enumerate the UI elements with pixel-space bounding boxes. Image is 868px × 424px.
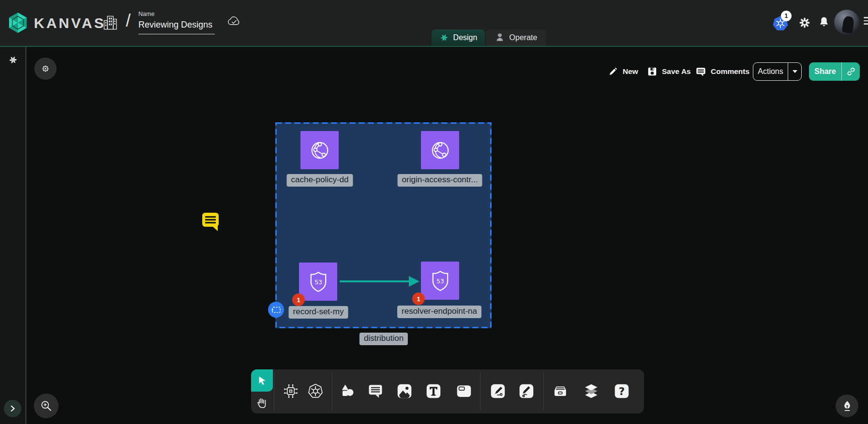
magnifier-plus-icon [39,398,54,414]
actions-label: Actions [753,63,788,80]
workspace-building-icon[interactable] [102,14,119,32]
actions-caret-cell[interactable] [788,63,801,80]
tool-palette [251,369,644,413]
header-accent-divider [0,46,868,47]
node-label[interactable]: origin-access-contr... [398,174,482,187]
design-tab-spiral-icon [439,33,449,43]
selection-handle-button[interactable] [268,302,284,318]
connection-arrow[interactable] [338,273,421,290]
kubernetes-context-count-badge: 1 [781,11,792,21]
kubernetes-tool[interactable] [306,382,325,400]
text-icon [424,382,443,400]
route53-shield-icon [427,268,453,294]
kanvas-app: KANVAS / Name Design Operate 1 [0,0,868,424]
group-label[interactable]: distribution [359,333,408,345]
kubernetes-context-button[interactable]: 1 [771,14,793,34]
components-drawer-tool[interactable] [551,382,569,400]
node-label[interactable]: cache-policy-dd [286,174,353,187]
design-name-field: Name [138,11,216,34]
dashed-rectangle-icon [270,304,282,316]
infrastructure-tool[interactable] [282,382,300,400]
comment-bubble-icon [695,66,706,77]
cursor-arrow-icon [257,375,268,386]
image-icon [395,382,414,400]
pen-mode-fab-button[interactable] [836,395,858,417]
image-tool[interactable] [395,382,414,400]
actions-dropdown-button[interactable]: Actions [753,62,802,81]
node-origin-access-control[interactable] [421,131,459,169]
operate-tab-label: Operate [509,33,538,42]
name-field-label: Name [138,11,216,17]
node-label[interactable]: record-set-my [289,306,348,319]
design-tab-label: Design [453,33,478,42]
hand-icon [255,396,269,409]
error-count-badge[interactable]: 1 [412,292,425,305]
drawer-inbox-icon [551,382,569,400]
node-resolver-endpoint[interactable] [421,262,459,300]
top-header-bar: KANVAS / Name Design Operate 1 [0,0,868,46]
comments-button[interactable]: Comments [695,63,749,80]
error-count-badge[interactable]: 1 [292,293,305,306]
pen-nib-icon [840,399,854,413]
node-cache-policy[interactable] [300,131,339,169]
shapes-tool[interactable] [339,382,357,400]
chevron-down-icon [793,70,797,73]
comment-bubble-icon [366,382,385,400]
pencil-icon [608,66,618,77]
node-label[interactable]: resolver-endpoint-na [397,306,481,318]
comment-tool[interactable] [366,382,385,400]
layers-tool[interactable] [582,382,600,400]
tab-design[interactable]: Design [432,29,485,46]
pen-tool[interactable] [489,382,507,400]
pencil-sketch-icon [517,382,536,400]
floppy-disk-icon [647,66,658,77]
settings-gear-icon[interactable] [797,15,812,30]
route53-shield-icon [305,269,331,295]
shapes-icon [339,382,357,400]
cloudfront-globe-icon [428,138,453,163]
select-tool[interactable] [251,369,273,392]
breadcrumb-separator: / [126,11,131,31]
cloudfront-globe-icon [307,138,332,163]
flower-asterisk-icon [39,62,52,75]
kanvas-logo-icon[interactable] [7,12,29,34]
comments-label: Comments [711,67,749,76]
canvas-widget-button[interactable] [34,58,57,80]
pan-tool[interactable] [251,392,273,413]
left-sidebar [0,47,26,424]
toolbar-divider [480,373,480,410]
layers-icon [582,382,600,400]
toolbar-divider [543,373,544,410]
pen-icon [489,382,507,400]
sticky-note-icon [455,382,473,400]
new-label: New [623,67,638,76]
overflow-menu-icon[interactable] [864,17,868,27]
node-record-set[interactable] [299,263,337,301]
share-button[interactable]: Share [809,62,860,81]
text-tool[interactable] [424,382,443,400]
expand-sidebar-button[interactable] [4,400,21,417]
tab-operate[interactable]: Operate [486,29,546,46]
link-icon [845,65,857,78]
copy-link-segment[interactable] [842,62,860,81]
zoom-in-button[interactable] [34,394,59,418]
sticky-note-tool[interactable] [455,382,473,400]
cloud-saved-icon [225,14,243,30]
share-label: Share [809,62,841,81]
comment-marker[interactable] [200,211,222,232]
kanvas-logo-text[interactable]: KANVAS [34,15,105,31]
design-name-input[interactable] [138,19,215,34]
toolbar-divider [274,373,274,410]
notifications-bell-icon[interactable] [817,15,831,29]
help-tool[interactable] [613,382,631,400]
pencil-tool[interactable] [517,382,536,400]
save-as-button[interactable]: Save As [647,63,691,80]
save-as-label: Save As [662,67,691,76]
user-avatar[interactable] [834,10,859,35]
new-button[interactable]: New [608,63,638,80]
meshery-spiral-icon[interactable] [8,55,18,65]
question-mark-icon [613,382,631,400]
operate-tab-person-icon [494,32,505,43]
kubernetes-wheel-icon [306,382,325,400]
chevron-right-icon [8,404,17,413]
